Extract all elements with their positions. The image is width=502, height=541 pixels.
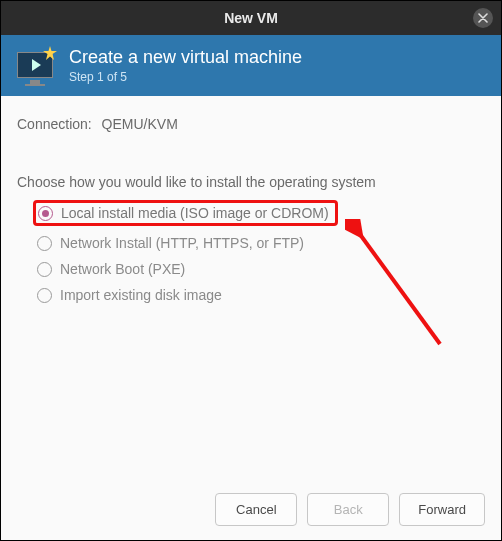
close-icon [478, 13, 488, 23]
install-prompt: Choose how you would like to install the… [17, 174, 485, 190]
close-button[interactable] [473, 8, 493, 28]
radio-label: Import existing disk image [60, 287, 222, 303]
forward-button[interactable]: Forward [399, 493, 485, 526]
wizard-header: Create a new virtual machine Step 1 of 5 [1, 35, 501, 96]
connection-value: QEMU/KVM [102, 116, 178, 132]
radio-label: Network Install (HTTP, HTTPS, or FTP) [60, 235, 304, 251]
vm-create-icon [15, 48, 55, 84]
radio-label: Local install media (ISO image or CDROM) [61, 205, 329, 221]
wizard-step: Step 1 of 5 [69, 70, 302, 84]
connection-label: Connection: [17, 116, 92, 132]
radio-icon [37, 236, 52, 251]
install-options: Local install media (ISO image or CDROM)… [17, 200, 485, 308]
back-button[interactable]: Back [307, 493, 389, 526]
title-bar: New VM [1, 1, 501, 35]
content-area: Connection: QEMU/KVM Choose how you woul… [1, 96, 501, 308]
dialog-window: New VM Create a new virtual machine Step… [0, 0, 502, 541]
radio-local-media[interactable]: Local install media (ISO image or CDROM) [33, 200, 485, 226]
radio-icon [37, 262, 52, 277]
svg-marker-0 [43, 46, 57, 60]
radio-network-install[interactable]: Network Install (HTTP, HTTPS, or FTP) [33, 230, 485, 256]
header-text: Create a new virtual machine Step 1 of 5 [69, 47, 302, 84]
wizard-title: Create a new virtual machine [69, 47, 302, 68]
radio-import-disk[interactable]: Import existing disk image [33, 282, 485, 308]
radio-icon [38, 206, 53, 221]
dialog-footer: Cancel Back Forward [215, 493, 485, 526]
radio-icon [37, 288, 52, 303]
connection-row: Connection: QEMU/KVM [17, 116, 485, 132]
cancel-button[interactable]: Cancel [215, 493, 297, 526]
radio-label: Network Boot (PXE) [60, 261, 185, 277]
annotation-highlight: Local install media (ISO image or CDROM) [33, 200, 338, 226]
radio-network-boot[interactable]: Network Boot (PXE) [33, 256, 485, 282]
window-title: New VM [224, 10, 278, 26]
